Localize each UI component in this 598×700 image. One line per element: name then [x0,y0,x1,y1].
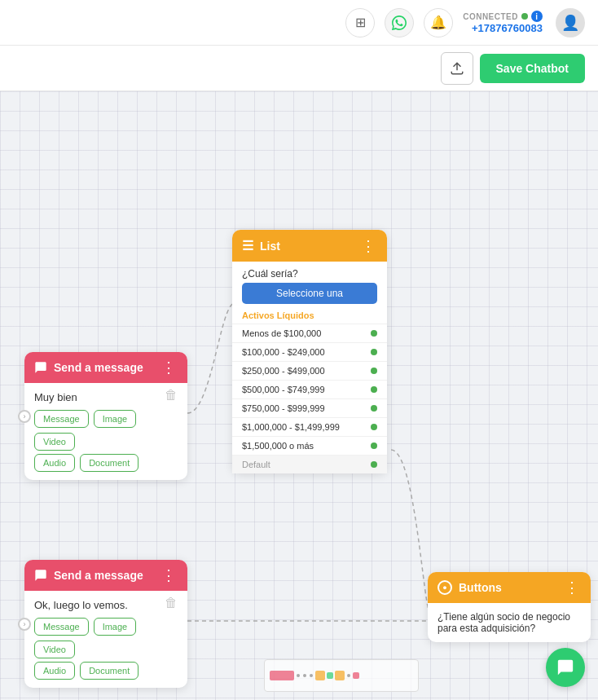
list-menu[interactable]: ⋮ [359,239,377,253]
send-message-2-header: Send a message ⋮ [24,560,187,591]
document-btn-1[interactable]: Document [80,454,139,472]
whatsapp-icon [392,15,407,30]
connected-phone: +17876760083 [472,22,543,34]
send-message-1-media-btns: Message Image Video [34,410,178,451]
mini-block-5 [353,672,359,679]
chat-fab[interactable] [546,648,585,687]
list-item-7[interactable]: $1,500,000 o más [232,436,387,455]
canvas: › Send a message ⋮ Muy bien 🗑 Message Im… [0,91,598,700]
list-dot-6 [371,424,377,430]
document-btn-2[interactable]: Document [80,662,139,680]
buttons-header: ● Buttons ⋮ [428,572,591,603]
audio-btn-1[interactable]: Audio [34,454,75,472]
list-dot-default [371,461,377,468]
send-message-1-body: Muy bien 🗑 Message Image Video Audio Doc… [24,383,187,480]
list-dot-4 [371,386,377,393]
send-message-2-text: Ok, luego lo vemos. 🗑 [34,599,178,611]
avatar-icon: 👤 [561,14,579,32]
list-item-3[interactable]: $250,000 - $499,000 [232,361,387,380]
meta-icon: ⊞ [355,15,366,30]
meta-icon-btn[interactable]: ⊞ [345,8,375,37]
mini-dot-3 [310,674,313,677]
bell-icon-btn[interactable]: 🔔 [424,8,453,37]
buttons-question: ¿Tiene algún socio de negocio para esta … [428,603,591,642]
message-icon-1 [34,361,47,374]
export-icon [450,61,464,76]
send-message-1-header: Send a message ⋮ [24,352,187,383]
mini-dot-4 [347,674,350,677]
buttons-circle-icon: ● [438,580,452,595]
connected-info: CONNECTED i +17876760083 [463,11,543,34]
audio-btn-2[interactable]: Audio [34,662,75,680]
send-message-2-media-btns-2: Audio Document [34,662,178,680]
mini-dot-2 [303,674,306,677]
list-dot-7 [371,442,377,449]
connected-dot [521,13,528,20]
list-item-2[interactable]: $100,000 - $249,000 [232,342,387,361]
whatsapp-icon-btn[interactable] [385,8,414,37]
node-2-input-handle: › [18,618,31,631]
send-message-2-media-btns: Message Image Video [34,618,178,658]
list-item-default[interactable]: Default [232,455,387,473]
list-question: ¿Cuál sería? [232,262,387,283]
list-header: ☰ List ⋮ [232,230,387,262]
minimap [264,659,419,692]
send-message-2-body: Ok, luego lo vemos. 🗑 Message Image Vide… [24,591,187,688]
delete-icon-2[interactable]: 🗑 [165,596,178,610]
list-dot-2 [371,349,377,355]
send-message-1-media-btns-2: Audio Document [34,454,178,472]
chat-fab-icon [556,658,574,676]
list-item-4[interactable]: $500,000 - $749,999 [232,380,387,398]
message-btn-2[interactable]: Message [34,618,89,636]
mini-block-1 [270,671,294,680]
list-dot-3 [371,368,377,374]
send-message-node-1: › Send a message ⋮ Muy bien 🗑 Message Im… [24,352,187,480]
activos-label: Activos Líquidos [232,310,387,324]
send-message-2-menu[interactable]: ⋮ [160,568,178,583]
list-dot-5 [371,405,377,412]
avatar-btn[interactable]: 👤 [556,8,585,37]
video-btn-2[interactable]: Video [34,641,75,658]
list-item-6[interactable]: $1,000,000 - $1,499,999 [232,417,387,436]
export-button[interactable] [441,52,473,85]
list-node: ☰ List ⋮ ¿Cuál sería? Seleccione una Act… [232,230,387,473]
top-header: ⊞ 🔔 CONNECTED i +17876760083 👤 [0,0,598,46]
video-btn-1[interactable]: Video [34,433,75,451]
delete-icon-1[interactable]: 🗑 [165,388,178,403]
toolbar: Save Chatbot [0,46,598,91]
send-message-1-menu[interactable]: ⋮ [160,360,178,375]
mini-block-3 [327,672,333,679]
send-message-node-2: › Send a message ⋮ Ok, luego lo vemos. 🗑… [24,560,187,688]
list-dot-1 [371,330,377,337]
mini-block-2 [315,671,325,680]
buttons-menu[interactable]: ⋮ [563,580,581,595]
list-icon: ☰ [242,238,253,253]
send-message-1-text: Muy bien 🗑 [34,391,178,403]
mini-block-4 [335,671,345,680]
list-item-5[interactable]: $750,000 - $999,999 [232,398,387,417]
message-btn-1[interactable]: Message [34,410,89,428]
select-button[interactable]: Seleccione una [242,283,377,304]
message-icon-2 [34,569,47,582]
mini-dot-1 [297,674,300,677]
node-1-input-handle: › [18,410,31,423]
list-item-1[interactable]: Menos de $100,000 [232,324,387,342]
buttons-node: ● Buttons ⋮ ¿Tiene algún socio de negoci… [428,572,591,642]
connected-label: CONNECTED i [463,11,543,22]
image-btn-2[interactable]: Image [94,618,137,636]
save-chatbot-button[interactable]: Save Chatbot [480,54,585,83]
bell-icon: 🔔 [430,15,446,30]
image-btn-1[interactable]: Image [94,410,137,428]
